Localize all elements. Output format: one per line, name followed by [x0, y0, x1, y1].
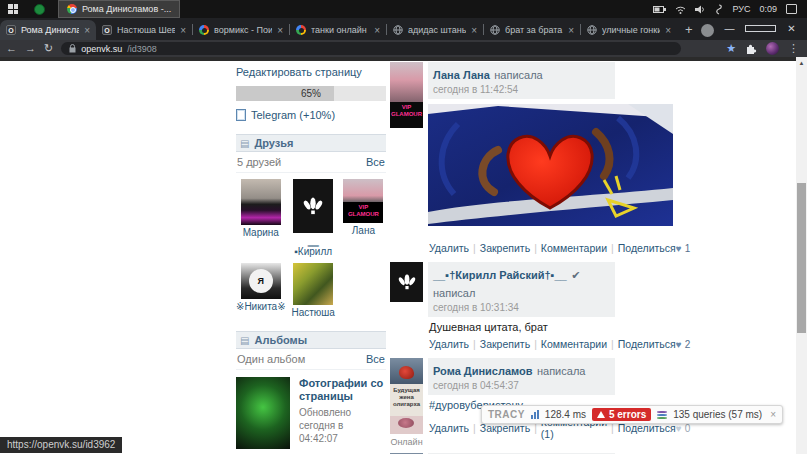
- friend-nastyusha[interactable]: Настюша: [291, 263, 336, 318]
- friend-avatar[interactable]: Я: [241, 263, 281, 299]
- tab-brat[interactable]: брат за брата - Т ×: [484, 20, 580, 40]
- tab-roma[interactable]: O Рома Динислам ×: [0, 20, 96, 40]
- friend-avatar[interactable]: [293, 179, 333, 233]
- wifi-icon[interactable]: [675, 5, 686, 14]
- post-author-avatar[interactable]: VIP GLAMOUR: [390, 62, 423, 128]
- tab-title: Настюша Шевч: [117, 25, 175, 35]
- telegram-row: Telegram (+10%): [236, 109, 386, 121]
- media-controls-button[interactable]: [701, 24, 714, 37]
- tab-close-icon[interactable]: ×: [471, 25, 477, 36]
- document-icon: [236, 109, 246, 121]
- adidas-logo-icon: [397, 274, 417, 290]
- tracy-errors-badge[interactable]: 5 errors: [592, 408, 651, 421]
- forward-button[interactable]: →: [25, 40, 36, 57]
- extensions-puzzle-icon[interactable]: [745, 43, 757, 55]
- post-header: __▪†Кирилл Райский†▪__ ✔ написал сегодня…: [428, 262, 615, 317]
- share-link[interactable]: Поделиться: [618, 242, 676, 254]
- google-favicon: [296, 25, 306, 35]
- bookmark-star-icon[interactable]: ★: [726, 42, 736, 55]
- friend-name[interactable]: ※Никита※: [236, 301, 286, 312]
- globe-favicon: [587, 25, 597, 35]
- battery-icon[interactable]: [653, 5, 666, 14]
- post-date[interactable]: сегодня в 10:31:34: [433, 302, 610, 313]
- start-button[interactable]: [0, 0, 26, 18]
- back-button[interactable]: ←: [6, 40, 17, 57]
- pin-link[interactable]: Закрепить: [480, 242, 530, 254]
- album-title-link[interactable]: Фотографии со страницы: [299, 377, 383, 402]
- friend-name[interactable]: ‗‗ ▪Кирилл: [291, 235, 336, 257]
- maximize-button[interactable]: [745, 18, 776, 40]
- telegram-link[interactable]: Telegram (+10%): [251, 109, 335, 121]
- tab-close-icon[interactable]: ×: [180, 25, 186, 36]
- like-button[interactable]: ♥ 0: [676, 423, 691, 434]
- post-header: Лана Лана написала сегодня в 11:42:54: [428, 62, 615, 99]
- reload-button[interactable]: ↻: [44, 40, 53, 57]
- action-center-icon[interactable]: [786, 4, 797, 14]
- friend-name[interactable]: Марина: [243, 227, 279, 238]
- tab-nastyusha[interactable]: O Настюша Шевч ×: [96, 20, 192, 40]
- close-window-button[interactable]: ✕: [776, 18, 807, 40]
- friends-all-link[interactable]: Все: [366, 156, 385, 168]
- friend-avatar[interactable]: [293, 263, 333, 305]
- tab-close-icon[interactable]: ×: [374, 25, 380, 36]
- tab-close-icon[interactable]: ×: [568, 25, 574, 36]
- scrollbar-up-icon[interactable]: ▲: [796, 57, 807, 66]
- friend-marina[interactable]: Марина: [236, 179, 286, 257]
- album-entry: Фотографии со страницы Обновлено сегодня…: [236, 370, 386, 449]
- tracy-close-icon[interactable]: ×: [770, 409, 776, 420]
- album-thumbnail[interactable]: [236, 377, 290, 449]
- friend-nikita[interactable]: Я ※Никита※: [236, 263, 286, 318]
- post-image-heart-drawing[interactable]: [428, 104, 673, 226]
- tab-close-icon[interactable]: ×: [277, 25, 283, 36]
- address-bar[interactable]: openvk.su/id3908: [61, 42, 681, 55]
- delete-link[interactable]: Удалить: [429, 338, 469, 350]
- tab-close-icon[interactable]: ×: [665, 25, 671, 36]
- active-task-button[interactable]: Рома Динисламов -...: [58, 0, 180, 18]
- tracy-queries[interactable]: 135 queries (57 ms): [673, 409, 762, 420]
- friend-kirill[interactable]: ‗‗ ▪Кирилл: [291, 179, 336, 257]
- volume-icon[interactable]: [695, 5, 706, 14]
- tab-tanki-search[interactable]: танки онлайн - П ×: [290, 20, 386, 40]
- tab-close-icon[interactable]: ×: [84, 25, 90, 36]
- lock-icon: [69, 44, 76, 53]
- language-indicator[interactable]: РУС: [732, 4, 750, 14]
- like-button[interactable]: ♥ 1: [676, 243, 691, 254]
- post-author-link[interactable]: Рома Динисламов: [433, 365, 533, 377]
- tab-adidas[interactable]: адидас штаны ку ×: [387, 20, 483, 40]
- post-author-avatar[interactable]: Будущая жена олигарха: [390, 358, 423, 434]
- clock[interactable]: 0:09: [759, 4, 777, 14]
- post-date[interactable]: сегодня в 04:54:37: [433, 380, 610, 391]
- albums-all-link[interactable]: Все: [366, 353, 385, 365]
- pinned-app-button[interactable]: [26, 4, 52, 15]
- delete-link[interactable]: Удалить: [429, 422, 469, 434]
- like-button[interactable]: ♥ 2: [676, 339, 691, 350]
- minimize-button[interactable]: —: [714, 18, 745, 40]
- browser-profile-avatar[interactable]: [766, 42, 779, 55]
- comments-link[interactable]: Комментарии: [541, 242, 607, 254]
- tab-title: Рома Динислам: [21, 25, 79, 35]
- tracy-time[interactable]: 128.4 ms: [545, 409, 586, 420]
- scrollbar-thumb[interactable]: [797, 183, 806, 333]
- post-author-link[interactable]: __▪†Кирилл Райский†▪__: [433, 269, 567, 281]
- post-author-avatar[interactable]: [390, 262, 423, 302]
- albums-count-row: Один альбом Все: [236, 349, 386, 370]
- post-date[interactable]: сегодня в 11:42:54: [433, 84, 610, 95]
- new-tab-button[interactable]: +: [685, 22, 693, 37]
- friend-lana[interactable]: VIP GLAMOUR Лана: [341, 179, 386, 257]
- post-author-link[interactable]: Лана Лана: [433, 69, 490, 81]
- albums-header: ▤ Альбомы: [236, 331, 386, 349]
- friend-avatar[interactable]: [241, 179, 281, 225]
- browser-menu-icon[interactable]: ⋮: [788, 42, 799, 55]
- tab-vormix-search[interactable]: вормикс - Поис ×: [193, 20, 289, 40]
- tab-gonki[interactable]: уличные гонки ×: [581, 20, 677, 40]
- friend-avatar[interactable]: VIP GLAMOUR: [343, 179, 383, 223]
- ink-pen-icon[interactable]: [715, 4, 723, 15]
- friend-name[interactable]: Настюша: [291, 307, 334, 318]
- delete-link[interactable]: Удалить: [429, 242, 469, 254]
- comments-link[interactable]: Комментарии: [541, 338, 607, 350]
- friend-name[interactable]: Лана: [352, 225, 375, 236]
- pin-link[interactable]: Закрепить: [480, 338, 530, 350]
- edit-page-link[interactable]: Редактировать страницу: [236, 66, 362, 78]
- share-link[interactable]: Поделиться: [618, 338, 676, 350]
- page-scrollbar[interactable]: ▲: [796, 57, 807, 454]
